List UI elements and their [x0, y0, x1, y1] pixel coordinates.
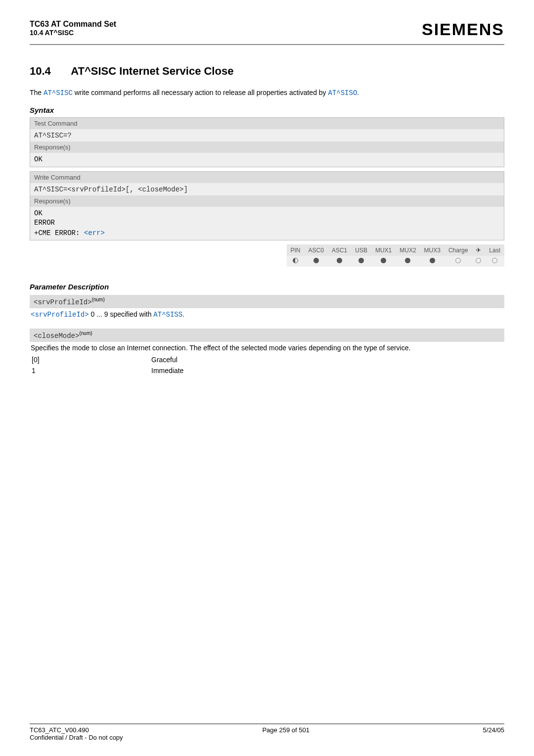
footer-version: TC63_ATC_V00.490 [30, 726, 89, 734]
header-left: TC63 AT Command Set 10.4 AT^SISC [30, 20, 116, 37]
empty-circle-icon [476, 258, 481, 263]
intro-suffix: . [357, 89, 359, 96]
write-end: ] [183, 186, 187, 193]
test-response-label: Response(s) [30, 142, 504, 153]
write-resp-ok: OK [34, 209, 500, 219]
write-param2-link[interactable]: <closeMode> [138, 186, 183, 193]
table-row: 1 Immediate [32, 366, 183, 376]
param-num-sup: (num) [92, 297, 105, 302]
status-icon-pin [287, 256, 305, 267]
closemode-label-1: Immediate [151, 366, 183, 376]
full-circle-icon [358, 258, 364, 263]
closemode-val-0: [0] [32, 355, 150, 365]
status-icon-last [485, 256, 504, 267]
cme-err-link[interactable]: <err> [84, 229, 105, 237]
write-command-value: AT^SISC=<srvProfileId>[, <closeMode>] [30, 183, 504, 195]
write-cmd-prefix: AT^SISC= [34, 186, 67, 193]
srvprofileid-link[interactable]: <srvProfileId> [31, 311, 89, 319]
test-command-label: Test Command [30, 118, 504, 129]
intro-paragraph: The AT^SISC write command performs all n… [30, 89, 504, 97]
status-hdr-mux1: MUX1 [371, 244, 396, 256]
status-hdr-usb: USB [351, 244, 371, 256]
param-closemode-desc: Specifies the mode to close an Internet … [30, 342, 504, 382]
doc-subtitle: 10.4 AT^SISC [30, 29, 116, 37]
write-command-label: Write Command [30, 172, 504, 183]
intro-mid: write command performs all necessary act… [73, 89, 328, 96]
write-command-box: Write Command AT^SISC=<srvProfileId>[, <… [30, 171, 504, 241]
test-response-body: OK [30, 153, 504, 167]
intro-cmd2-link[interactable]: AT^SISO [328, 89, 357, 97]
half-circle-icon [293, 258, 298, 263]
page-footer: TC63_ATC_V00.490 Page 259 of 501 5/24/05… [30, 723, 504, 741]
section-number: 10.4 [30, 65, 68, 78]
write-param1-link[interactable]: <srvProfileId> [67, 186, 126, 193]
status-row: PIN ASC0 ASC1 USB MUX1 MUX2 MUX3 Charge … [30, 244, 504, 267]
status-icon-plane [472, 256, 485, 267]
test-response-ok: OK [34, 155, 500, 165]
closemode-values-table: [0] Graceful 1 Immediate [31, 354, 184, 377]
status-icon-mux2 [396, 256, 420, 267]
status-icon-mux1 [371, 256, 396, 267]
write-sep: [, [126, 186, 138, 193]
param-closemode-label: <closeMode>(num) [30, 329, 504, 342]
param-srvprofileid-label: <srvProfileId>(num) [30, 295, 504, 308]
empty-circle-icon [492, 258, 497, 263]
write-resp-error: ERROR [34, 218, 500, 228]
full-circle-icon [381, 258, 386, 263]
closemode-val-1: 1 [32, 366, 150, 376]
status-header-row: PIN ASC0 ASC1 USB MUX1 MUX2 MUX3 Charge … [287, 244, 505, 256]
test-command-value: AT^SISC=? [30, 129, 504, 142]
intro-prefix: The [30, 89, 44, 96]
atsiss-link[interactable]: AT^SISS [153, 311, 182, 319]
closemode-label-0: Graceful [151, 355, 183, 365]
cme-prefix: +CME ERROR: [34, 229, 84, 237]
status-icon-mux3 [420, 256, 445, 267]
footer-left: TC63_ATC_V00.490 [30, 726, 89, 734]
footer-center: Page 259 of 501 [262, 726, 309, 734]
status-icon-charge [445, 256, 472, 267]
status-hdr-mux3: MUX3 [420, 244, 445, 256]
p1-mid: 0 ... 9 specified with [89, 310, 154, 318]
test-command-text: AT^SISC=? [34, 132, 72, 140]
param-num-sup2: (num) [79, 331, 92, 336]
status-hdr-asc1: ASC1 [328, 244, 351, 256]
section-heading: 10.4 AT^SISC Internet Service Close [30, 65, 504, 78]
status-icon-row [287, 256, 505, 267]
status-hdr-last: Last [485, 244, 504, 256]
param-srvprofileid-desc: <srvProfileId> 0 ... 9 specified with AT… [30, 308, 504, 325]
write-response-label: Response(s) [30, 195, 504, 207]
status-icon-asc1 [328, 256, 351, 267]
footer-confidential: Confidential / Draft - Do not copy [30, 734, 504, 741]
status-hdr-charge: Charge [445, 244, 472, 256]
full-circle-icon [405, 258, 410, 263]
doc-title: TC63 AT Command Set [30, 20, 116, 29]
status-icon-usb [351, 256, 371, 267]
empty-circle-icon [455, 258, 461, 263]
brand-logo: SIEMENS [422, 20, 504, 39]
header-divider [30, 44, 504, 45]
status-table: PIN ASC0 ASC1 USB MUX1 MUX2 MUX3 Charge … [287, 244, 505, 267]
footer-divider [30, 723, 504, 724]
status-hdr-mux2: MUX2 [396, 244, 420, 256]
status-hdr-pin: PIN [287, 244, 305, 256]
status-hdr-plane-icon: ✈ [472, 244, 485, 256]
status-hdr-asc0: ASC0 [305, 244, 328, 256]
syntax-heading: Syntax [30, 106, 504, 114]
write-response-body: OK ERROR +CME ERROR: <err> [30, 207, 504, 240]
p2-desc-text: Specifies the mode to close an Internet … [31, 344, 410, 352]
param-desc-heading: Parameter Description [30, 283, 504, 291]
write-resp-cme: +CME ERROR: <err> [34, 228, 500, 238]
test-command-box: Test Command AT^SISC=? Response(s) OK [30, 117, 504, 167]
section-title-text: AT^SISC Internet Service Close [71, 65, 233, 77]
status-icon-asc0 [305, 256, 328, 267]
full-circle-icon [313, 258, 319, 263]
table-row: [0] Graceful [32, 355, 183, 365]
full-circle-icon [337, 258, 342, 263]
intro-cmd1-link[interactable]: AT^SISC [44, 89, 73, 97]
footer-right: 5/24/05 [483, 726, 504, 734]
page-header: TC63 AT Command Set 10.4 AT^SISC SIEMENS [30, 20, 504, 43]
p1-end: . [182, 310, 184, 318]
full-circle-icon [430, 258, 435, 263]
param-srvprofileid-name: <srvProfileId> [34, 298, 92, 306]
param-closemode-name: <closeMode> [34, 332, 79, 340]
